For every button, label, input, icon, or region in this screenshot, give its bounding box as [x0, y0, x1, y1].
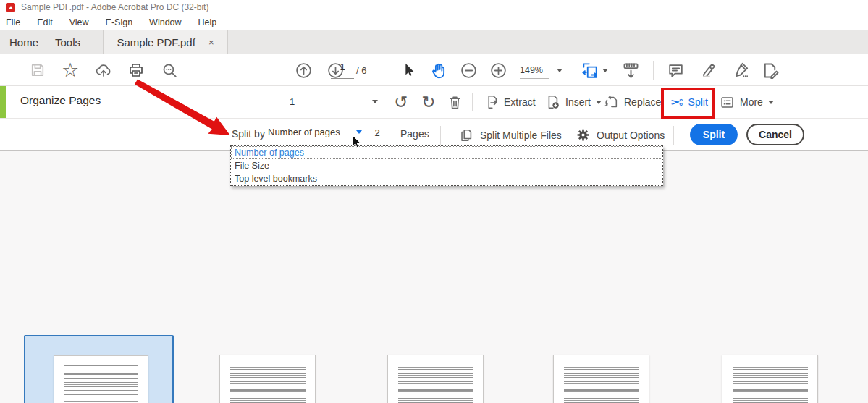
insert-label: Insert — [565, 96, 591, 108]
rotate-right-icon[interactable]: ↻ — [418, 86, 439, 118]
sign-pen-icon[interactable] — [730, 54, 751, 86]
cancel-button[interactable]: Cancel — [746, 124, 804, 145]
search-icon[interactable] — [159, 54, 180, 86]
page-text-preview — [564, 365, 639, 403]
zoom-in-icon[interactable] — [488, 54, 508, 86]
title-bar: Sample PDF.pdf - Adobe Acrobat Pro DC (3… — [0, 0, 868, 14]
select-tool-icon[interactable] — [399, 54, 418, 86]
toolbar-divider — [673, 126, 674, 145]
tab-document-label: Sample PDF.pdf — [117, 36, 195, 48]
page-thumbnail[interactable] — [722, 355, 818, 403]
scissors-icon: ✂ — [670, 95, 683, 110]
page-text-preview — [733, 365, 808, 403]
menu-file[interactable]: File — [6, 17, 20, 27]
tool-accent-strip — [0, 86, 6, 118]
page-thumbnail[interactable] — [387, 355, 484, 403]
hand-tool-icon[interactable] — [428, 54, 450, 86]
app-window: Sample PDF.pdf - Adobe Acrobat Pro DC (3… — [0, 0, 868, 403]
zoom-chevron-down-icon[interactable] — [555, 54, 565, 86]
menu-bar: File Edit View E-Sign Window Help — [0, 14, 868, 30]
toolbar-divider — [653, 61, 654, 80]
tab-bar: Home Tools Sample PDF.pdf × — [0, 30, 868, 54]
thumbnail-page-1-selected[interactable]: 1 — [24, 335, 174, 403]
output-options-label: Output Options — [597, 130, 665, 141]
delete-pages-icon[interactable] — [444, 86, 465, 118]
comment-icon[interactable] — [665, 54, 686, 86]
page-number-input[interactable]: 1 — [331, 61, 354, 79]
split-multiple-files-label: Split Multiple Files — [480, 130, 562, 141]
page-range-input[interactable]: 1 — [287, 93, 381, 111]
edit-document-icon[interactable] — [758, 54, 781, 86]
insert-button[interactable]: Insert — [544, 86, 602, 118]
previous-page-icon[interactable] — [293, 54, 313, 86]
thumbnail-page-3[interactable]: 3 — [387, 355, 484, 403]
insert-chevron-down-icon — [596, 101, 602, 104]
measure-ruler-icon[interactable] — [619, 54, 642, 86]
dropdown-option-file-size[interactable]: File Size — [231, 159, 662, 172]
acrobat-app-icon — [6, 3, 15, 12]
tool-title: Organize Pages — [20, 94, 101, 107]
page-fit-chevron-down-icon[interactable] — [600, 54, 610, 86]
menu-esign[interactable]: E-Sign — [106, 17, 133, 27]
page-text-preview — [64, 365, 138, 403]
toolbar-divider — [472, 93, 473, 111]
menu-view[interactable]: View — [69, 17, 89, 27]
page-range-value: 1 — [290, 96, 295, 107]
rotate-left-icon[interactable]: ↺ — [391, 86, 411, 118]
print-icon[interactable] — [126, 54, 146, 86]
split-by-dropdown-menu: Number of pages File Size Top level book… — [230, 145, 663, 186]
thumbnail-page-2[interactable]: 2 — [219, 355, 316, 403]
page-thumbnail[interactable] — [54, 355, 148, 403]
page-range-chevron-down-icon[interactable] — [372, 100, 378, 103]
split-method-value: Number of pages — [268, 127, 340, 137]
toolbar-divider — [384, 61, 384, 80]
window-title: Sample PDF.pdf - Adobe Acrobat Pro DC (3… — [21, 2, 208, 12]
tab-document[interactable]: Sample PDF.pdf × — [103, 30, 228, 54]
menu-edit[interactable]: Edit — [37, 17, 53, 27]
split-method-chevron-down-icon — [356, 130, 362, 134]
split-by-label: Split by — [232, 128, 265, 140]
replace-label: Replace — [624, 96, 661, 108]
organize-pages-toolbar: Organize Pages 1 ↺ ↻ Extract Insert Repl… — [0, 86, 868, 119]
more-chevron-down-icon — [768, 101, 774, 104]
main-toolbar: ☆ 1 / 6 149% — [0, 54, 868, 86]
split-method-select[interactable]: Number of pages — [268, 123, 362, 143]
thumbnail-page-5[interactable]: 5 — [722, 355, 818, 403]
toolbar-divider — [440, 126, 441, 145]
tab-home[interactable]: Home — [9, 30, 38, 54]
page-count-input[interactable]: 2 — [366, 123, 388, 143]
page-text-preview — [230, 365, 306, 403]
replace-button[interactable]: Replace — [603, 86, 661, 118]
more-button[interactable]: More — [720, 86, 774, 118]
page-thumbnail[interactable] — [219, 355, 316, 403]
page-fit-icon[interactable] — [579, 54, 601, 86]
extract-button[interactable]: Extract — [483, 86, 536, 118]
split-tool-label: Split — [688, 96, 708, 108]
extract-label: Extract — [504, 96, 536, 108]
split-tool-button[interactable]: ✂ Split — [670, 86, 708, 118]
highlighter-icon[interactable] — [697, 54, 719, 86]
menu-window[interactable]: Window — [149, 17, 181, 27]
split-confirm-button[interactable]: Split — [690, 124, 738, 145]
close-tab-icon[interactable]: × — [208, 37, 214, 48]
save-button[interactable] — [29, 54, 46, 86]
menu-help[interactable]: Help — [198, 17, 217, 27]
dropdown-option-number-of-pages[interactable]: Number of pages — [231, 146, 662, 159]
zoom-out-icon[interactable] — [458, 54, 479, 86]
zoom-level-value[interactable]: 149% — [520, 61, 549, 79]
page-text-preview — [398, 365, 473, 403]
pages-unit-label: Pages — [400, 128, 429, 140]
dropdown-option-top-level-bookmarks[interactable]: Top level bookmarks — [231, 172, 662, 185]
share-cloud-upload-icon[interactable] — [94, 54, 113, 86]
thumbnail-grid: 1 2 3 4 5 — [0, 151, 868, 403]
favorite-star-icon[interactable]: ☆ — [61, 54, 80, 86]
tab-tools[interactable]: Tools — [55, 30, 80, 54]
page-total-label: / 6 — [356, 65, 366, 76]
page-thumbnail[interactable] — [553, 355, 649, 403]
thumbnail-page-4[interactable]: 4 — [553, 355, 649, 403]
more-label: More — [740, 96, 763, 108]
